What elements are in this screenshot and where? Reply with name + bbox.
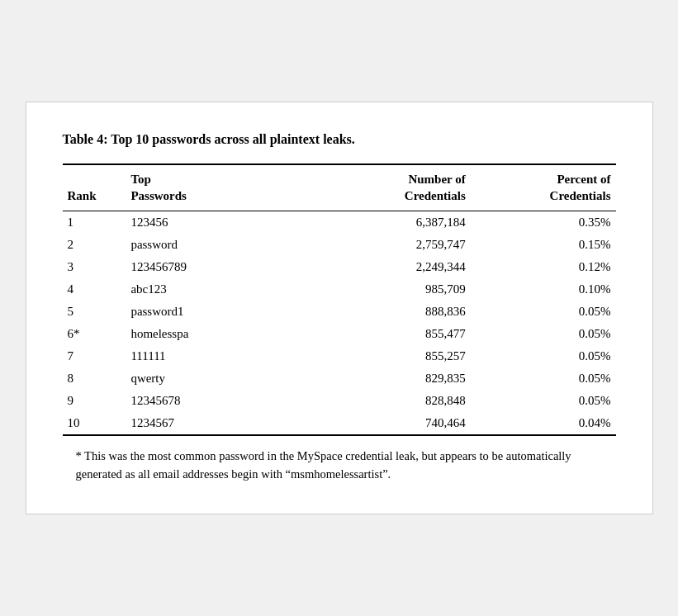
table-row-pct-creds: 0.05% (471, 323, 616, 345)
table-row-pct-creds: 0.15% (471, 234, 616, 256)
table-row-password: homelesspa (126, 323, 307, 345)
table-row-num-creds: 888,836 (307, 301, 471, 323)
col-header-rank: Rank (63, 164, 126, 211)
table-row-num-creds: 828,848 (307, 390, 471, 412)
table-row-password: 123456 (126, 211, 307, 235)
table-row-pct-creds: 0.04% (471, 412, 616, 435)
table-row-num-creds: 740,464 (307, 412, 471, 435)
data-table: Rank Top Passwords Number of Credentials… (63, 163, 616, 436)
table-row-pct-creds: 0.05% (471, 367, 616, 390)
col-header-num-creds: Number of Credentials (307, 164, 471, 211)
table-row-password: 1234567 (126, 412, 307, 435)
table-row-num-creds: 2,759,747 (307, 234, 471, 256)
table-row-password: qwerty (126, 367, 307, 390)
table-row-num-creds: 855,477 (307, 323, 471, 345)
table-row-rank: 7 (63, 345, 126, 367)
table-card: Table 4: Top 10 passwords across all pla… (26, 102, 653, 514)
table-row-pct-creds: 0.05% (471, 345, 616, 367)
table-row-password: 123456789 (126, 256, 307, 278)
footnote: * This was the most common password in t… (63, 448, 616, 484)
table-row-rank: 4 (63, 278, 126, 301)
table-row-pct-creds: 0.12% (471, 256, 616, 278)
table-row-password: password (126, 234, 307, 256)
table-row-num-creds: 829,835 (307, 367, 471, 390)
table-row-num-creds: 6,387,184 (307, 211, 471, 235)
table-row-pct-creds: 0.35% (471, 211, 616, 235)
table-row-pct-creds: 0.10% (471, 278, 616, 301)
col-header-pct-creds: Percent of Credentials (471, 164, 616, 211)
table-row-password: 12345678 (126, 390, 307, 412)
table-row-password: 111111 (126, 345, 307, 367)
table-row-rank: 9 (63, 390, 126, 412)
table-row-rank: 2 (63, 234, 126, 256)
table-row-pct-creds: 0.05% (471, 301, 616, 323)
table-row-password: password1 (126, 301, 307, 323)
table-row-password: abc123 (126, 278, 307, 301)
table-row-pct-creds: 0.05% (471, 390, 616, 412)
table-row-rank: 6* (63, 323, 126, 345)
table-row-rank: 8 (63, 367, 126, 390)
table-row-num-creds: 855,257 (307, 345, 471, 367)
table-row-rank: 3 (63, 256, 126, 278)
table-row-rank: 1 (63, 211, 126, 235)
col-header-passwords: Top Passwords (126, 164, 307, 211)
table-title: Table 4: Top 10 passwords across all pla… (63, 132, 616, 147)
table-row-num-creds: 985,709 (307, 278, 471, 301)
table-row-rank: 5 (63, 301, 126, 323)
table-row-num-creds: 2,249,344 (307, 256, 471, 278)
table-row-rank: 10 (63, 412, 126, 435)
